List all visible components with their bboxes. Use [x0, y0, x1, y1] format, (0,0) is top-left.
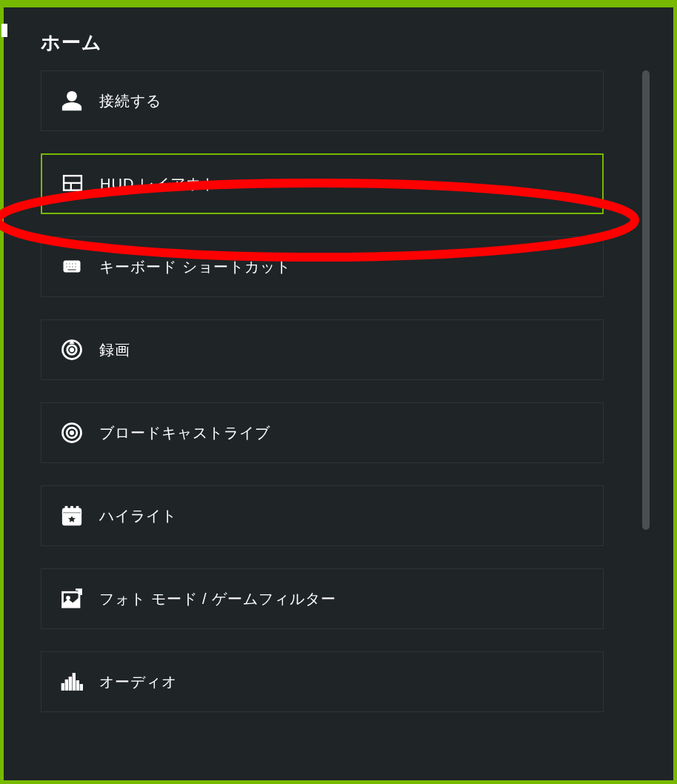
photo-icon [59, 586, 84, 611]
svg-rect-28 [69, 677, 71, 691]
svg-rect-31 [80, 685, 82, 691]
menu-item-keyboard-shortcuts[interactable]: キーボード ショートカット [41, 236, 604, 297]
menu-item-record[interactable]: 録画 [41, 319, 604, 380]
svg-point-25 [67, 597, 70, 600]
menu-item-label: ハイライト [99, 506, 177, 526]
page-title: ホーム [41, 30, 673, 56]
menu-item-hud-layout[interactable]: HUD レイアウト [41, 153, 604, 214]
record-icon [59, 337, 84, 362]
svg-point-18 [70, 431, 74, 435]
svg-rect-27 [65, 680, 67, 691]
menu-item-label: フォト モード / ゲームフィルター [99, 589, 336, 609]
menu-item-photo-mode[interactable]: フォト モード / ゲームフィルター [41, 568, 604, 629]
svg-rect-26 [61, 684, 64, 691]
scrollbar[interactable] [642, 70, 650, 530]
svg-rect-7 [75, 263, 76, 265]
svg-rect-4 [66, 263, 67, 265]
menu-item-label: オーディオ [99, 672, 177, 692]
svg-rect-23 [63, 512, 81, 514]
highlight-icon [59, 503, 84, 528]
keyboard-icon [59, 254, 84, 279]
svg-rect-30 [76, 681, 79, 691]
menu-item-broadcast[interactable]: ブロードキャストライブ [41, 402, 604, 463]
svg-rect-6 [72, 263, 73, 265]
menu-item-label: ブロードキャストライブ [99, 423, 270, 443]
svg-rect-21 [71, 507, 73, 511]
svg-rect-9 [69, 266, 70, 268]
menu-item-label: HUD レイアウト [100, 174, 217, 194]
svg-rect-22 [76, 507, 79, 511]
svg-rect-11 [75, 266, 76, 268]
svg-rect-12 [67, 269, 76, 270]
svg-rect-20 [65, 507, 67, 511]
menu-list: 接続する HUD レイアウト キーボード ショートカット 録画 [41, 70, 663, 767]
svg-rect-8 [66, 266, 67, 268]
person-icon [59, 88, 84, 113]
settings-panel: ホーム 接続する HUD レイアウト キーボード ショートカット [0, 0, 677, 784]
layout-icon [60, 171, 85, 196]
svg-point-15 [70, 348, 74, 352]
menu-item-audio[interactable]: オーディオ [41, 651, 604, 712]
menu-item-connect[interactable]: 接続する [41, 70, 604, 131]
menu-item-label: 録画 [99, 340, 130, 360]
svg-rect-10 [72, 266, 73, 268]
svg-rect-29 [73, 674, 75, 691]
broadcast-icon [59, 420, 84, 445]
left-edge-tab [1, 24, 7, 37]
menu-item-label: キーボード ショートカット [99, 257, 291, 277]
menu-item-highlight[interactable]: ハイライト [41, 485, 604, 546]
menu-item-label: 接続する [99, 91, 161, 111]
audio-icon [59, 669, 84, 694]
svg-rect-5 [69, 263, 70, 265]
